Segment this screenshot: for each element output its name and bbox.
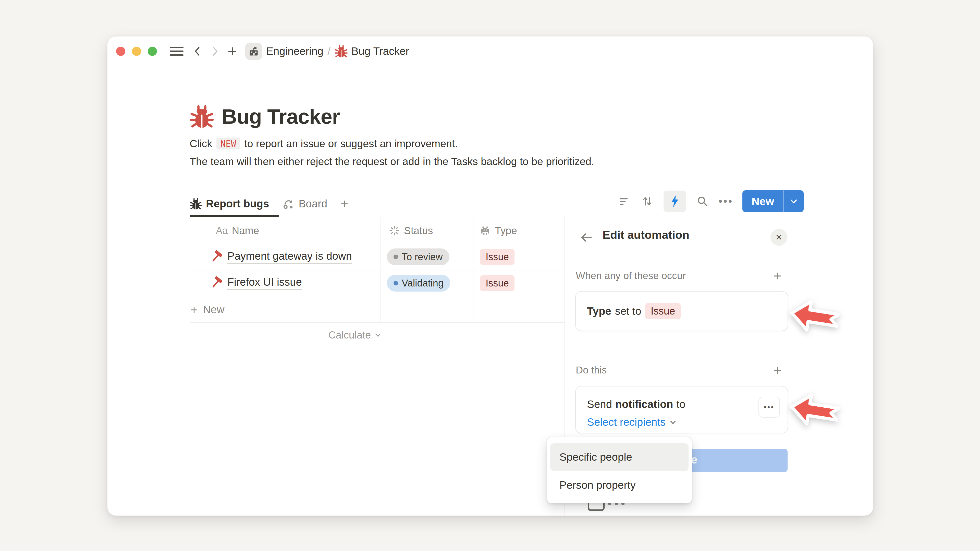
- status-badge[interactable]: To review: [387, 248, 449, 265]
- menu-item-person-property[interactable]: Person property: [550, 472, 689, 499]
- chevron-down-icon: [669, 418, 677, 426]
- trigger-verb: set to: [615, 305, 641, 318]
- automations-button[interactable]: [663, 191, 686, 212]
- annotation-arrow-action: [787, 389, 842, 432]
- new-button-label[interactable]: New: [742, 190, 783, 212]
- row-divider: [189, 322, 565, 323]
- breadcrumb-page[interactable]: Bug Tracker: [352, 45, 409, 57]
- new-record-button[interactable]: New: [742, 190, 803, 212]
- status-dot: [393, 254, 398, 259]
- row-title-link[interactable]: Firefox UI issue: [228, 276, 302, 290]
- column-label: Status: [404, 225, 433, 237]
- tab-board[interactable]: Board: [282, 198, 327, 210]
- description-text: Click: [189, 138, 212, 150]
- invader-property-icon: [479, 225, 491, 236]
- board-view-icon: [282, 198, 294, 210]
- panel-close-button[interactable]: ✕: [770, 229, 788, 246]
- ellipsis-icon: •••: [764, 403, 774, 411]
- search-icon[interactable]: [695, 194, 710, 208]
- row-divider: [189, 297, 565, 297]
- column-label: Type: [495, 225, 517, 237]
- add-view-button[interactable]: +: [340, 196, 348, 211]
- bug-icon: [189, 198, 202, 210]
- column-divider: [473, 218, 473, 323]
- new-page-icon[interactable]: [226, 45, 239, 58]
- save-button-visible-text: e: [691, 453, 697, 466]
- select-recipients-label: Select recipients: [587, 416, 666, 428]
- select-recipients-dropdown[interactable]: Select recipients: [587, 416, 677, 428]
- forward-icon[interactable]: [208, 45, 221, 58]
- calculate-label: Calculate: [328, 329, 371, 341]
- status-property-icon: [389, 225, 400, 236]
- column-header-status[interactable]: Status: [389, 218, 433, 244]
- add-trigger-button[interactable]: +: [770, 268, 785, 284]
- description-text: The team will then either reject the req…: [189, 156, 594, 168]
- add-action-button[interactable]: +: [770, 362, 785, 378]
- panel-back-icon[interactable]: [579, 230, 593, 245]
- add-row-label: New: [203, 303, 224, 316]
- close-icon: ✕: [775, 232, 783, 242]
- column-header-name[interactable]: Aa Name: [216, 218, 259, 244]
- view-tabs: Report bugs Board +: [189, 192, 348, 216]
- breadcrumb-workspace[interactable]: Engineering: [266, 45, 323, 57]
- description-text: to report an issue or suggest an improve…: [244, 138, 458, 150]
- action-text: to: [676, 398, 685, 410]
- new-button-dropdown[interactable]: [784, 190, 803, 212]
- close-window-button[interactable]: [116, 47, 125, 56]
- plus-icon: +: [190, 302, 198, 317]
- status-dot: [393, 281, 398, 286]
- back-icon[interactable]: [191, 45, 204, 58]
- page-title: Bug Tracker: [222, 105, 340, 129]
- type-cell[interactable]: Issue: [480, 249, 514, 265]
- sort-icon[interactable]: [640, 194, 654, 208]
- bug-icon: [189, 104, 214, 129]
- type-tag: Issue: [480, 275, 514, 291]
- row-title-link[interactable]: Payment gateway is down: [228, 250, 352, 264]
- tab-label: Board: [299, 198, 327, 210]
- recipients-menu: Specific people Person property: [547, 437, 692, 503]
- column-divider: [380, 218, 381, 323]
- app-window: Engineering / Bug Tracker Bug Tracker Cl…: [107, 36, 873, 516]
- action-text: Send: [587, 398, 612, 410]
- database-toolbar: ••• New: [617, 189, 803, 213]
- flow-connector: [592, 330, 592, 364]
- bug-icon: [334, 44, 348, 58]
- action-section-label: Do this: [576, 362, 607, 378]
- page-description-line2: The team will then either reject the req…: [189, 154, 594, 168]
- menu-item-specific-people[interactable]: Specific people: [550, 443, 689, 471]
- page-description-line1: Click NEW to report an issue or suggest …: [189, 137, 458, 151]
- trigger-property: Type: [587, 305, 611, 318]
- action-text-bold: notification: [615, 398, 673, 410]
- hammer-icon: [210, 250, 223, 264]
- more-options-icon[interactable]: •••: [719, 196, 733, 207]
- status-badge[interactable]: Validating: [387, 275, 450, 292]
- type-cell[interactable]: Issue: [480, 275, 514, 291]
- panel-title: Edit automation: [603, 228, 689, 241]
- zoom-window-button[interactable]: [148, 47, 157, 56]
- chevron-down-icon: [374, 331, 382, 338]
- header-divider: [189, 217, 873, 218]
- status-label: Validating: [402, 278, 444, 289]
- tab-report-bugs[interactable]: Report bugs: [189, 198, 269, 210]
- status-label: To review: [402, 251, 443, 262]
- table-row[interactable]: Firefox UI issue: [210, 270, 302, 296]
- table-row[interactable]: Payment gateway is down: [210, 244, 352, 270]
- sidebar-menu-icon[interactable]: [170, 47, 183, 56]
- trigger-value-tag: Issue: [645, 303, 681, 319]
- column-label: Name: [232, 225, 259, 237]
- type-tag: Issue: [480, 249, 514, 265]
- workspace-icon[interactable]: [245, 43, 262, 60]
- breadcrumb: Engineering / Bug Tracker: [266, 44, 409, 58]
- trigger-card[interactable]: Type set to Issue: [575, 291, 788, 331]
- action-card[interactable]: Send notification to ••• Select recipien…: [575, 386, 788, 433]
- window-topbar: Engineering / Bug Tracker: [116, 41, 409, 61]
- add-row-button[interactable]: + New: [190, 297, 224, 322]
- lightning-icon: [668, 195, 681, 208]
- action-more-button[interactable]: •••: [759, 397, 780, 418]
- filter-icon[interactable]: [617, 194, 631, 208]
- column-header-type[interactable]: Type: [479, 218, 517, 244]
- trigger-section-label: When any of these occur: [576, 268, 686, 284]
- minimize-window-button[interactable]: [132, 47, 141, 56]
- calculate-button[interactable]: Calculate: [317, 323, 393, 347]
- active-tab-underline: [189, 215, 279, 217]
